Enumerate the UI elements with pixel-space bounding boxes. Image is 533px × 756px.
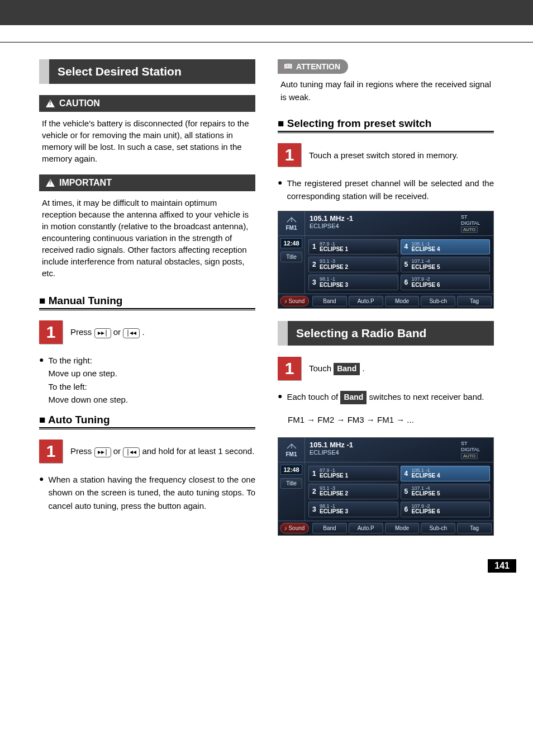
band-sequence: FM1 → FM2 → FM3 → FM1 → ... [288, 412, 494, 427]
preset-1[interactable]: 187.9 -1ECLIPSE 1 [308, 239, 398, 255]
radio-band-button[interactable]: Band [312, 523, 347, 533]
band-bullet: ● Each touch of Band switches to next re… [278, 390, 494, 404]
section-title-radio-band: Selecting a Radio Band [278, 321, 494, 346]
radio-sound-button[interactable]: ♪ Sound [280, 296, 309, 306]
radio-subch-button[interactable]: Sub-ch [421, 523, 455, 533]
band-touch-button: Band [340, 391, 367, 404]
radio-tag-button[interactable]: Tag [457, 523, 492, 533]
preset-num: 4 [404, 470, 409, 478]
radio-title-button[interactable]: Title [280, 478, 302, 489]
left-column: Select Desired Station CAUTION If the ve… [39, 59, 255, 548]
preset-num: 6 [404, 278, 409, 286]
radio-title-button[interactable]: Title [280, 252, 302, 262]
radio-station-name: ECLIPSE4 [310, 223, 454, 229]
footer: 141 [0, 559, 533, 584]
next-track-icon: ▸▸∣ [94, 328, 111, 338]
preset-name: ECLIPSE 4 [412, 247, 440, 253]
radio-autop-button[interactable]: Auto.P [349, 296, 383, 306]
preset-num: 1 [312, 470, 317, 478]
stereo-indicator: ST [461, 441, 468, 446]
radio-bottom-bar: ♪ Sound Band Auto.P Mode Sub-ch Tag [278, 294, 493, 308]
text: and hold for at least 1 second. [142, 446, 254, 456]
radio-mode-button[interactable]: Mode [385, 523, 420, 533]
radio-band-button[interactable]: Band [312, 296, 347, 306]
preset-1[interactable]: 187.9 -1ECLIPSE 1 [308, 466, 398, 481]
auto-bullet: ● When a station having the frequency cl… [39, 473, 255, 512]
antenna-icon [286, 216, 297, 224]
preset-name: ECLIPSE 6 [412, 509, 440, 515]
bullet-dot: ● [278, 390, 282, 404]
preset-2[interactable]: 293.1 -3ECLIPSE 2 [308, 484, 398, 499]
radio-screen-preset: FM1 105.1 MHz -1 ECLIPSE4 ST DIGITAL AUT… [278, 211, 494, 309]
preset-num: 3 [312, 278, 317, 286]
manual-step-text: Press ▸▸∣ or ∣◂◂ . [70, 326, 145, 338]
preset-3[interactable]: 398.1 -1ECLIPSE 3 [308, 275, 398, 290]
bullet-body: When a station having the frequency clos… [48, 473, 255, 512]
radio-tag-button[interactable]: Tag [457, 296, 492, 306]
attention-header: 📖 ATTENTION [278, 59, 348, 74]
auto-tuning-heading: ■ Auto Tuning [39, 414, 255, 428]
preset-num: 6 [404, 505, 409, 513]
preset-6[interactable]: 6107.9 -2ECLIPSE 6 [401, 502, 491, 517]
preset-name: ECLIPSE 1 [320, 247, 348, 253]
radio-autop-button[interactable]: Auto.P [349, 523, 383, 533]
header-bar [0, 0, 533, 25]
radio-band-indicator[interactable]: FM1 [278, 438, 305, 462]
radio-band-indicator[interactable]: FM1 [278, 211, 305, 235]
radio-band-label: FM1 [286, 451, 297, 457]
text: Press [70, 446, 94, 456]
radio-bottom-buttons: Band Auto.P Mode Sub-ch Tag [311, 294, 493, 308]
text: Move up one step. [48, 367, 128, 380]
radio-left-panel: 12:48 Title [278, 236, 305, 294]
prev-track-icon: ∣◂◂ [123, 447, 140, 457]
preset-name: ECLIPSE 3 [320, 282, 348, 289]
preset-3[interactable]: 398.1 -1ECLIPSE 3 [308, 502, 398, 517]
preset-bullet: ● The registered preset channel will be … [278, 177, 494, 203]
radio-presets: 187.9 -1ECLIPSE 1 4105.1 -1ECLIPSE 4 293… [305, 462, 493, 521]
bullet-body: The registered preset channel will be se… [287, 177, 494, 203]
radio-subch-button[interactable]: Sub-ch [421, 296, 455, 306]
caution-header: CAUTION [39, 95, 255, 112]
step-number: 1 [39, 320, 63, 344]
text: Press [70, 327, 94, 337]
bullet-dot: ● [39, 354, 44, 406]
divider [39, 429, 255, 429]
radio-clock: 12:48 [280, 465, 302, 475]
step-number: 1 [278, 357, 301, 380]
radio-body: 12:48 Title 187.9 -1ECLIPSE 1 4105.1 -1E… [278, 462, 493, 521]
preset-5[interactable]: 5107.1 -4ECLIPSE 5 [401, 484, 491, 499]
preset-name: ECLIPSE 2 [320, 264, 348, 271]
radio-status: ST DIGITAL AUTO [459, 211, 493, 235]
preset-name: ECLIPSE 4 [412, 473, 440, 479]
preset-2[interactable]: 293.1 -3ECLIPSE 2 [308, 257, 398, 272]
preset-6[interactable]: 6107.9 -2ECLIPSE 6 [401, 275, 491, 290]
auto-indicator: AUTO [461, 453, 478, 459]
radio-sound-button[interactable]: ♪ Sound [280, 523, 309, 533]
preset-name: ECLIPSE 1 [320, 473, 348, 479]
section-title-select-station: Select Desired Station [39, 59, 255, 84]
text: or [113, 327, 123, 337]
band-touch-button: Band [334, 363, 360, 375]
next-track-icon: ▸▸∣ [94, 447, 111, 457]
band-step-1: 1 Touch Band . [278, 357, 494, 380]
attention-label: ATTENTION [296, 62, 340, 71]
preset-4[interactable]: 4105.1 -1ECLIPSE 4 [401, 466, 491, 481]
radio-presets: 187.9 -1ECLIPSE 1 4105.1 -1ECLIPSE 4 293… [305, 236, 493, 294]
bullet-dot: ● [39, 473, 44, 512]
auto-step-text: Press ▸▸∣ or ∣◂◂ and hold for at least 1… [70, 445, 254, 457]
preset-4[interactable]: 4105.1 -1ECLIPSE 4 [401, 239, 491, 255]
important-icon [46, 179, 55, 187]
radio-mode-button[interactable]: Mode [385, 296, 420, 306]
digital-indicator: DIGITAL [461, 447, 480, 452]
radio-screen-band: FM1 105.1 MHz -1 ECLIPSE4 ST DIGITAL AUT… [278, 437, 494, 536]
preset-num: 1 [312, 243, 317, 251]
important-header: IMPORTANT [39, 174, 255, 191]
text: or [113, 446, 123, 456]
preset-name: ECLIPSE 2 [320, 491, 348, 497]
antenna-icon [286, 442, 297, 450]
radio-station-name: ECLIPSE4 [310, 449, 454, 456]
preset-num: 3 [312, 505, 317, 513]
radio-frequency: 105.1 MHz -1 [310, 214, 454, 223]
preset-5[interactable]: 5107.1 -4ECLIPSE 5 [401, 257, 491, 272]
preset-heading: ■ Selecting from preset switch [278, 117, 494, 132]
